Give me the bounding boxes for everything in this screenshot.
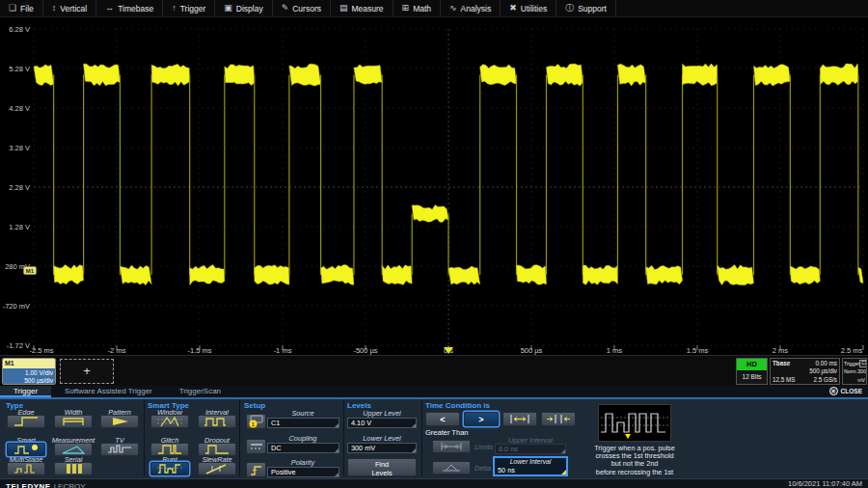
tbase-offset: 0.00 ms	[816, 360, 837, 367]
interval-button[interactable]	[198, 415, 236, 428]
pattern-button[interactable]	[100, 415, 139, 428]
close-button[interactable]: × CLOSE	[829, 387, 862, 395]
menu-timebase[interactable]: ↔Timebase	[96, 0, 163, 16]
limits-icon	[439, 442, 464, 451]
menu-file[interactable]: ❏File	[0, 0, 43, 16]
slewrate-button[interactable]	[198, 462, 236, 475]
tab-triggerscan[interactable]: TriggerScan	[166, 386, 234, 397]
menu-display[interactable]: ▣Display	[215, 0, 272, 16]
x-axis-label: -1.5 ms	[178, 346, 221, 355]
x-axis-label: 0 s	[427, 346, 470, 355]
menu-support[interactable]: ⓘSupport	[556, 0, 616, 16]
serial-button[interactable]	[54, 462, 93, 475]
support-icon: ⓘ	[565, 4, 574, 13]
time-condition-title: Time Condition is	[425, 401, 490, 410]
y-axis-label: 1.28 V	[0, 223, 30, 231]
menu-trigger[interactable]: ↑Trigger	[163, 0, 215, 16]
polarity-select[interactable]: Positive	[267, 467, 339, 477]
x-axis-label: 2.5 ms	[830, 346, 868, 355]
add-channel-button[interactable]: +	[60, 359, 114, 384]
trig-source-badge: C1	[859, 360, 867, 367]
probe-icon: 1	[248, 415, 264, 428]
polarity-icon-button[interactable]	[246, 462, 266, 477]
timebase-icon: ↔	[105, 4, 114, 13]
delta-icon	[439, 463, 464, 473]
dropout-button[interactable]	[198, 443, 236, 456]
menu-math-label: Math	[413, 4, 431, 14]
delta-mode-button[interactable]	[432, 461, 471, 474]
tab-software-assisted-trigger[interactable]: Software Assisted Trigger	[51, 386, 166, 397]
x-axis-label: 500 µs	[510, 346, 553, 355]
menu-vertical[interactable]: ↕Vertical	[43, 0, 96, 16]
measurement-button[interactable]	[54, 443, 93, 456]
x-axis-label: -2 ms	[95, 346, 138, 355]
smart-icon	[12, 444, 41, 455]
upper-level-field[interactable]: 4.10 V	[347, 418, 417, 428]
trigger-descriptor[interactable]: TriggerC1DC Norm.300 mV RuntPositive	[842, 358, 867, 385]
hd-mode-descriptor[interactable]: HD 12 Bits	[736, 358, 768, 385]
runt-button[interactable]	[150, 462, 189, 475]
trig-type: Runt	[844, 384, 854, 385]
serial-icon	[59, 463, 88, 474]
upper-interval-field[interactable]: 6.0 ns	[495, 444, 566, 454]
menu-timebase-label: Timebase	[118, 4, 153, 14]
status-bar: TELEDYNELECROY 10/6/2021 11:07:40 AM	[0, 478, 868, 488]
lower-level-field[interactable]: 300 mV	[347, 443, 417, 453]
lower-interval-value: 50 ns	[495, 466, 566, 474]
menu-analysis-label: Analysis	[461, 4, 492, 14]
less-than-button[interactable]: <	[425, 412, 460, 426]
edge-button[interactable]	[7, 415, 45, 428]
menu-vertical-label: Vertical	[60, 4, 87, 14]
coupling-select[interactable]: DC	[267, 443, 339, 453]
menu-analysis[interactable]: ∿Analysis	[441, 0, 501, 16]
multistage-button[interactable]	[7, 462, 45, 475]
menu-math[interactable]: ⊞Math	[393, 0, 441, 16]
menu-utilities[interactable]: ✖Utilities	[501, 0, 556, 16]
menu-measure[interactable]: ▤Measure	[331, 0, 393, 16]
tbase-rate: 2.5 GS/s	[814, 376, 838, 384]
smart-button[interactable]	[7, 443, 45, 456]
pattern-icon	[105, 416, 134, 427]
trig-label: Trigger	[844, 360, 859, 367]
multistage-icon	[12, 463, 41, 474]
m1-label: M1	[3, 359, 55, 368]
menu-file-label: File	[20, 4, 34, 14]
glitch-button[interactable]	[150, 443, 189, 456]
coupling-icon-button[interactable]	[246, 439, 266, 454]
source-select[interactable]: C1	[267, 418, 339, 428]
y-axis-label: 5.28 V	[0, 65, 30, 73]
source-icon-button[interactable]: 1	[246, 414, 266, 429]
limits-mode-button[interactable]	[432, 440, 471, 453]
m1-zero-level-marker[interactable]: M1	[23, 266, 37, 275]
menu-trigger-label: Trigger	[180, 4, 206, 14]
trig-level: 300 mV	[857, 367, 866, 384]
hd-bits: 12 Bits	[737, 370, 767, 384]
in-range-button[interactable]	[502, 412, 537, 426]
m1-channel-descriptor[interactable]: M1 1.00 V/div500 µs/div	[2, 358, 56, 385]
datetime: 10/6/2021 11:07:40 AM	[788, 479, 862, 488]
trigger-dialog: Trigger Software Assisted Trigger Trigge…	[0, 386, 868, 478]
find-levels-button[interactable]: FindLevels	[347, 458, 417, 476]
source-label: Source	[266, 409, 339, 418]
positive-polarity-icon	[249, 464, 264, 476]
menu-cursors[interactable]: ✎Cursors	[273, 0, 331, 16]
timebase-descriptor[interactable]: Tbase0.00 ms 500 µs/div 12.5 MS2.5 GS/s	[770, 358, 840, 385]
hd-label: HD	[737, 359, 767, 370]
m1-tdiv: 500 µs/div	[3, 377, 53, 385]
tv-button[interactable]	[100, 443, 139, 456]
y-axis-label: 2.28 V	[0, 183, 30, 192]
upper-level-label: Upper Level	[347, 409, 417, 418]
waveform-grid[interactable]: 6.28 V 5.28 V 4.28 V 3.28 V 2.28 V 1.28 …	[0, 17, 868, 355]
width-button[interactable]	[54, 415, 93, 428]
greater-than-button[interactable]: >	[464, 412, 499, 426]
trigger-description: Trigger when a pos. pulse crosses the 1s…	[557, 445, 712, 476]
window-button[interactable]	[150, 415, 189, 428]
analysis-icon: ∿	[449, 4, 457, 13]
out-of-range-button[interactable]	[541, 412, 576, 426]
x-axis-label: 1 ms	[593, 346, 636, 355]
tab-trigger[interactable]: Trigger	[0, 386, 51, 397]
tbase-tdiv: 500 µs/div	[809, 367, 837, 375]
y-axis-label: 4.28 V	[0, 104, 30, 113]
y-axis-label: 6.28 V	[0, 25, 30, 34]
x-axis-label: 1.5 ms	[676, 346, 719, 355]
